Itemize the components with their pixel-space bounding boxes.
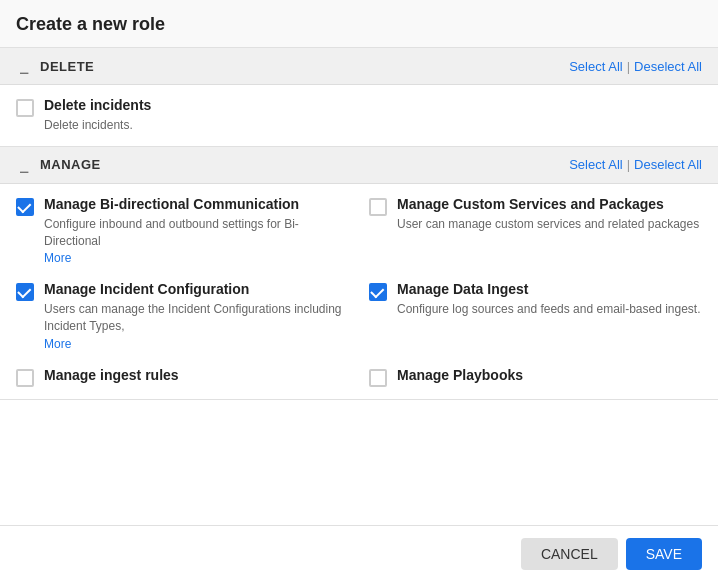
perm-name-ingest-rules: Manage ingest rules [44,367,179,383]
perm-more-bidirectional[interactable]: More [44,251,349,265]
list-item: Manage ingest rules [16,367,349,387]
section-delete: ⎯ DELETE Select All | Deselect All Delet… [0,48,718,147]
perm-desc-custom-services: User can manage custom services and rela… [397,216,699,233]
collapse-icon-delete[interactable]: ⎯ [16,58,32,74]
checkbox-manage-playbooks[interactable] [369,369,387,387]
permission-name-delete-incidents: Delete incidents [44,97,702,113]
section-header-delete: ⎯ DELETE Select All | Deselect All [0,48,718,85]
deselect-all-delete[interactable]: Deselect All [634,59,702,74]
perm-name-incident-config: Manage Incident Configuration [44,281,349,297]
perm-name-playbooks: Manage Playbooks [397,367,523,383]
collapse-icon-manage[interactable]: ⎯ [16,157,32,173]
perm-desc-incident-config: Users can manage the Incident Configurat… [44,301,349,335]
perm-name-custom-services: Manage Custom Services and Packages [397,196,699,212]
select-all-manage[interactable]: Select All [569,157,622,172]
checkbox-manage-data-ingest[interactable] [369,283,387,301]
dialog-footer: CANCEL SAVE [0,525,718,582]
list-item: Manage Custom Services and Packages User… [369,196,702,266]
deselect-all-manage[interactable]: Deselect All [634,157,702,172]
section-header-manage: ⎯ MANAGE Select All | Deselect All [0,147,718,184]
list-item: Manage Incident Configuration Users can … [16,281,349,351]
list-item: Manage Data Ingest Configure log sources… [369,281,702,351]
checkbox-manage-bidirectional[interactable] [16,198,34,216]
perm-desc-bidirectional: Configure inbound and outbound settings … [44,216,349,250]
dialog-header: Create a new role [0,0,718,48]
perm-desc-data-ingest: Configure log sources and feeds and emai… [397,301,701,318]
section-header-left-manage: ⎯ MANAGE [16,157,101,173]
checkbox-manage-incident-config[interactable] [16,283,34,301]
section-title-delete: DELETE [40,59,94,74]
list-item: Manage Playbooks [369,367,702,387]
list-item: Manage Bi-directional Communication Conf… [16,196,349,266]
checkbox-delete-incidents[interactable] [16,99,34,117]
checkbox-manage-custom-services[interactable] [369,198,387,216]
section-body-delete: Delete incidents Delete incidents. [0,85,718,146]
section-actions-delete: Select All | Deselect All [569,59,702,74]
perm-name-bidirectional: Manage Bi-directional Communication [44,196,349,212]
cancel-button[interactable]: CANCEL [521,538,618,570]
save-button[interactable]: SAVE [626,538,702,570]
manage-permissions-grid: Manage Bi-directional Communication Conf… [0,184,718,399]
section-actions-manage: Select All | Deselect All [569,157,702,172]
permission-desc-delete-incidents: Delete incidents. [44,117,702,134]
checkbox-manage-ingest-rules[interactable] [16,369,34,387]
list-item: Delete incidents Delete incidents. [16,97,702,134]
dialog: Create a new role ⎯ DELETE Select All | … [0,0,718,582]
perm-more-incident-config[interactable]: More [44,337,349,351]
select-all-delete[interactable]: Select All [569,59,622,74]
perm-name-data-ingest: Manage Data Ingest [397,281,701,297]
section-title-manage: MANAGE [40,157,101,172]
dialog-title: Create a new role [16,14,165,34]
section-manage: ⎯ MANAGE Select All | Deselect All Manag… [0,147,718,400]
section-header-left-delete: ⎯ DELETE [16,58,94,74]
dialog-body[interactable]: ⎯ DELETE Select All | Deselect All Delet… [0,48,718,525]
